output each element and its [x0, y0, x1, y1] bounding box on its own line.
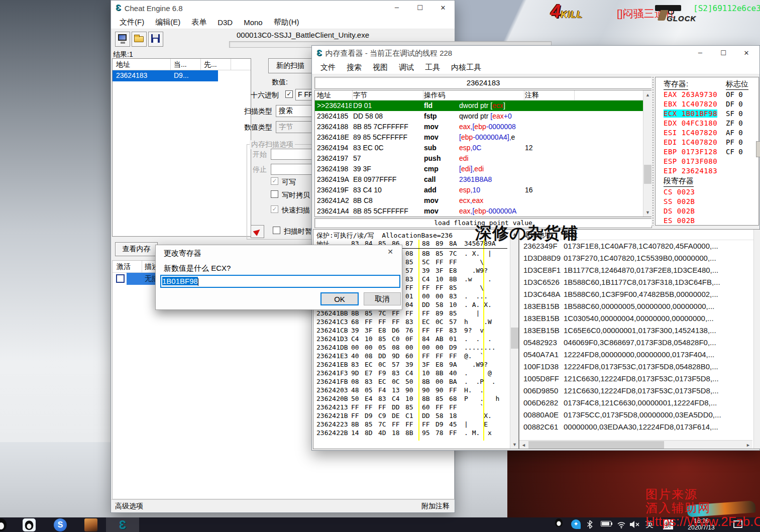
stack-vscrollbar[interactable]: [753, 230, 760, 449]
hex-byte[interactable]: 0C: [436, 318, 444, 326]
fast-scan-checkbox[interactable]: [271, 205, 278, 213]
scroll-down-icon[interactable]: ▼: [643, 208, 652, 217]
hex-byte[interactable]: 57: [392, 361, 400, 368]
menu-item[interactable]: 文件(F): [114, 16, 150, 29]
hex-byte[interactable]: D9: [365, 412, 373, 419]
hex-byte[interactable]: E8: [436, 361, 444, 368]
stack-row[interactable]: 05482923046069F0,3C868697,0173F3D8,05482…: [519, 337, 760, 349]
hex-byte[interactable]: E4: [365, 395, 373, 402]
register-value[interactable]: ESI 1C407820: [664, 129, 717, 137]
stack-row[interactable]: 1D3CE8F11B1177C8,12464870,0173F2E8,1D3CE…: [519, 264, 760, 276]
hex-byte[interactable]: C4: [351, 335, 359, 343]
hex-byte[interactable]: FF: [392, 318, 400, 326]
disasm-row[interactable]: 236241888B 85 7CFFFFFFmoveax,[ebp-000000…: [315, 122, 652, 132]
hex-byte[interactable]: 85: [449, 284, 457, 291]
hex-byte[interactable]: FF: [392, 420, 400, 428]
hex-byte[interactable]: FF: [436, 258, 444, 266]
stack-row[interactable]: 100F1D3812224FD8,0173F53C,0173F5D8,05482…: [519, 361, 760, 373]
hex-byte[interactable]: 8B: [436, 369, 444, 377]
hex-byte[interactable]: 10: [365, 335, 373, 343]
hex-byte[interactable]: 5C: [422, 258, 430, 266]
hex-byte[interactable]: 68: [351, 318, 359, 326]
hex-byte[interactable]: 83: [405, 275, 413, 283]
register-row[interactable]: EAX 263A9730OF 0: [656, 90, 758, 100]
hex-byte[interactable]: 01: [405, 292, 413, 300]
hex-byte[interactable]: 08: [365, 352, 373, 360]
stack-row[interactable]: 006D62820173F4C8,121C6630,00000001,12224…: [519, 397, 760, 409]
hex-byte[interactable]: 10: [436, 275, 444, 283]
taskbar-app-qq[interactable]: [23, 518, 36, 531]
segment-register-row[interactable]: ES 002B: [656, 217, 758, 226]
hex-byte[interactable]: 10: [405, 395, 413, 402]
new-scan-button[interactable]: 新的扫描: [268, 58, 312, 73]
hex-byte[interactable]: EC: [422, 318, 430, 326]
hex-byte[interactable]: C1: [405, 412, 413, 419]
hex-byte[interactable]: FF: [351, 412, 359, 419]
hex-byte[interactable]: 0F: [405, 335, 413, 343]
hex-byte[interactable]: 18: [449, 412, 457, 419]
disassembler-pane[interactable]: 地址 字节 操作码 注释 >>23624183D9 01flddword ptr…: [314, 90, 652, 217]
hex-byte[interactable]: 14: [351, 429, 359, 437]
menu-item[interactable]: 调试: [393, 61, 419, 74]
edge-button[interactable]: [756, 141, 760, 157]
hex-byte[interactable]: 85: [436, 250, 444, 257]
close-button[interactable]: ✕: [735, 46, 758, 60]
menu-item[interactable]: 搜索: [341, 61, 367, 74]
hex-row[interactable]: 23624213FFFFFFDD8560FFFF `: [313, 403, 518, 412]
hex-byte[interactable]: F4: [378, 386, 386, 394]
hex-byte[interactable]: 04: [405, 301, 413, 308]
disasm-col-comment[interactable]: 注释: [525, 91, 539, 100]
hex-byte[interactable]: 76: [405, 327, 413, 334]
register-row[interactable]: EDX 04FC3180ZF 0: [656, 119, 758, 129]
hex-byte[interactable]: FF: [449, 386, 457, 394]
hex-byte[interactable]: EC: [378, 378, 386, 385]
disasm-row[interactable]: 2362419F83 C4 10addesp,1016: [315, 185, 652, 195]
hex-byte[interactable]: 89: [436, 309, 444, 317]
hex-byte[interactable]: 05: [378, 344, 386, 351]
hex-byte[interactable]: 60: [405, 352, 413, 360]
hex-byte[interactable]: 40: [449, 369, 457, 377]
copy-on-write-checkbox[interactable]: [271, 190, 278, 198]
disasm-row[interactable]: 2362419757pushedi: [315, 153, 652, 164]
hex-byte[interactable]: 0C: [392, 378, 400, 385]
hex-byte[interactable]: FF: [405, 420, 413, 428]
disasm-row[interactable]: >>23624183D9 01flddword ptr [ecx]: [315, 100, 652, 111]
menu-item[interactable]: D3D: [212, 17, 238, 28]
register-row[interactable]: EIP 23624183: [656, 167, 758, 176]
main-titlebar[interactable]: Ɛ Cheat Engine 6.8 ─ ☐ ✕: [111, 1, 455, 16]
hex-byte[interactable]: 9D: [351, 369, 359, 377]
hex-byte[interactable]: D9: [436, 420, 444, 428]
taskbar-app-qq-partial[interactable]: [0, 518, 7, 531]
hex-byte[interactable]: C4: [392, 395, 400, 402]
hex-byte[interactable]: FF: [365, 318, 373, 326]
hex-byte[interactable]: 00: [365, 344, 373, 351]
stack-view-pane[interactable]: 返回地址 参数 2362349F0173F1E8,1C40AF78,1C4078…: [519, 229, 760, 449]
disasm-row[interactable]: 23624185DD 58 08fstpqword ptr [eax+0: [315, 111, 652, 122]
hex-byte[interactable]: 00: [405, 344, 413, 351]
minimize-button[interactable]: ─: [385, 1, 408, 15]
tray-qq-icon[interactable]: [555, 518, 566, 531]
hex-byte[interactable]: D9: [449, 344, 457, 351]
hex-byte[interactable]: 9D: [392, 352, 400, 360]
hex-byte[interactable]: FF: [422, 309, 430, 317]
flag-value[interactable]: OF 0: [726, 90, 743, 98]
hex-byte[interactable]: 8B: [449, 275, 457, 283]
hex-byte[interactable]: 83: [351, 361, 359, 368]
hex-byte[interactable]: EC: [365, 361, 373, 368]
hex-byte[interactable]: 68: [449, 395, 457, 402]
register-value[interactable]: EBP 0173F128: [664, 148, 717, 156]
hex-byte[interactable]: 95: [422, 429, 430, 437]
hex-row[interactable]: 236241D3C41085C00F84AB01. . .: [313, 335, 518, 344]
hex-byte[interactable]: 83: [405, 318, 413, 326]
stack-row[interactable]: 183EB15B1C030540,00000004,00000000,00000…: [519, 312, 760, 325]
stack-row[interactable]: 1D3C65261B588C60,1B1177C8,0173F318,1D3C6…: [519, 276, 760, 288]
disasm-col-bytes[interactable]: 字节: [353, 91, 367, 100]
menu-item[interactable]: 编辑(E): [150, 16, 186, 29]
stack-row[interactable]: 006D9850121C6630,12224FD8,0173F53C,0173F…: [519, 385, 760, 397]
menu-item[interactable]: 文件: [315, 61, 341, 74]
save-table-button[interactable]: [148, 32, 163, 47]
register-value[interactable]: EIP 23624183: [664, 167, 717, 175]
menu-item[interactable]: 表单: [186, 16, 212, 29]
scroll-left-icon[interactable]: ◄: [519, 441, 528, 449]
hex-byte[interactable]: 8B: [422, 250, 430, 257]
